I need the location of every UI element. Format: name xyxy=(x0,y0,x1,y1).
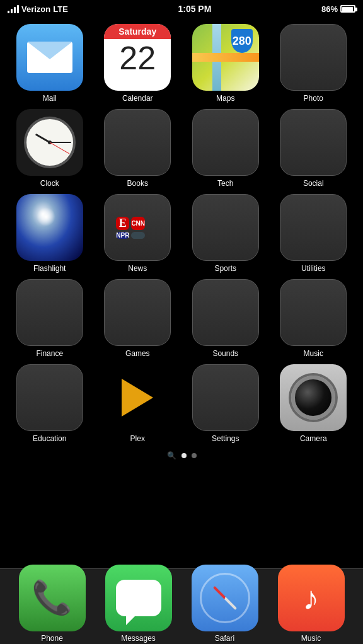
app-plex[interactable]: Plex xyxy=(97,364,179,443)
phone-icon: 📞 xyxy=(19,565,86,631)
clock-second-hand xyxy=(50,142,70,154)
app-flashlight[interactable]: Flashlight xyxy=(9,194,91,273)
dock-phone[interactable]: 📞 Phone xyxy=(19,565,86,643)
app-camera[interactable]: Camera xyxy=(273,364,355,443)
safari-label: Safari xyxy=(215,634,234,643)
dock-safari[interactable]: Safari xyxy=(192,565,258,643)
sports-icon xyxy=(192,194,259,261)
status-left: Verizon LTE xyxy=(8,4,68,14)
news-mini-espn: E xyxy=(116,217,129,230)
page-indicator: 🔍 xyxy=(0,449,363,462)
education-label: Education xyxy=(33,434,66,443)
message-bubble xyxy=(116,580,161,616)
phone-symbol: 📞 xyxy=(32,578,72,617)
app-settings[interactable]: Settings xyxy=(185,364,267,443)
app-clock[interactable]: Clock xyxy=(9,109,91,188)
news-label: News xyxy=(128,264,147,273)
signal-bar-4 xyxy=(17,5,19,13)
app-finance[interactable]: Finance xyxy=(9,279,91,358)
maps-road-h xyxy=(192,53,259,62)
dock-music[interactable]: ♪ Music xyxy=(278,565,345,643)
signal-bar-3 xyxy=(14,7,16,13)
camera-icon xyxy=(280,364,347,431)
signal-bar-2 xyxy=(11,9,13,13)
plex-icon xyxy=(104,364,171,431)
sounds-label: Sounds xyxy=(212,349,238,358)
search-dot: 🔍 xyxy=(167,451,176,460)
plex-arrow xyxy=(122,379,153,417)
app-books[interactable]: Books xyxy=(97,109,179,188)
app-games[interactable]: Games xyxy=(97,279,179,358)
clock-icon xyxy=(16,109,83,176)
finance-folder-grid xyxy=(22,306,49,320)
books-folder-grid xyxy=(110,135,136,150)
news-icon: E CNN NPR xyxy=(104,194,171,261)
calendar-icon: Saturday 22 xyxy=(104,24,171,91)
app-news[interactable]: E CNN NPR News xyxy=(97,194,179,273)
safari-needle xyxy=(212,585,236,609)
app-calendar[interactable]: Saturday 22 Calendar xyxy=(97,24,179,103)
sports-label: Sports xyxy=(214,264,236,273)
sports-folder-grid xyxy=(198,221,224,235)
music-dock-label: Music xyxy=(301,634,321,643)
clock-label: Clock xyxy=(40,179,59,188)
safari-icon xyxy=(192,565,258,631)
app-sports[interactable]: Sports xyxy=(185,194,267,273)
app-utilities[interactable]: Utilities xyxy=(273,194,355,273)
app-photo[interactable]: Photo xyxy=(273,24,355,103)
settings-label: Settings xyxy=(212,434,239,443)
tech-label: Tech xyxy=(217,179,233,188)
app-maps[interactable]: 280 Maps xyxy=(185,24,267,103)
carrier-label: Verizon xyxy=(21,4,50,14)
books-label: Books xyxy=(127,179,148,188)
tech-folder-grid xyxy=(198,135,224,150)
music-folder-icon xyxy=(280,279,347,346)
dock-messages[interactable]: Messages xyxy=(105,565,172,643)
music-folder-label: Music xyxy=(304,349,323,358)
education-icon xyxy=(16,364,83,431)
photo-icon xyxy=(280,24,347,91)
news-mini-cnn: CNN xyxy=(131,217,145,230)
time-display: 1:05 PM xyxy=(178,4,211,14)
social-folder-grid xyxy=(285,135,312,150)
news-folder-grid: E CNN NPR xyxy=(110,210,151,245)
tech-icon xyxy=(192,109,259,176)
network-label: LTE xyxy=(53,4,68,14)
maps-icon: 280 xyxy=(192,24,259,91)
app-tech[interactable]: Tech xyxy=(185,109,267,188)
page-dot-1 xyxy=(182,453,187,458)
games-label: Games xyxy=(125,349,150,358)
battery-icon xyxy=(340,5,355,13)
maps-shield: 280 xyxy=(231,29,253,53)
settings-folder-grid xyxy=(198,391,224,405)
app-grid: Mail Saturday 22 Calendar 280 Maps Photo xyxy=(0,18,363,449)
photo-folder-grid xyxy=(285,50,312,65)
music-dock-icon: ♪ xyxy=(278,565,345,631)
status-bar: Verizon LTE 1:05 PM 86% xyxy=(0,0,363,18)
flashlight-label: Flashlight xyxy=(33,264,66,273)
battery-fill xyxy=(342,7,353,12)
camera-label: Camera xyxy=(300,434,327,443)
flashlight-icon xyxy=(16,194,83,261)
utilities-label: Utilities xyxy=(301,264,326,273)
calendar-label: Calendar xyxy=(122,94,153,103)
status-right: 86% xyxy=(321,4,355,14)
app-sounds[interactable]: Sounds xyxy=(185,279,267,358)
app-music-folder[interactable]: Music xyxy=(273,279,355,358)
maps-label: Maps xyxy=(216,94,234,103)
phone-label: Phone xyxy=(41,634,63,643)
clock-minute-hand xyxy=(50,142,71,143)
app-education[interactable]: Education xyxy=(9,364,91,443)
messages-label: Messages xyxy=(121,634,156,643)
social-icon xyxy=(280,109,347,176)
news-mini-1: NPR xyxy=(116,232,129,239)
app-social[interactable]: Social xyxy=(273,109,355,188)
sounds-folder-grid xyxy=(198,306,224,320)
camera-lens xyxy=(291,376,335,420)
plex-label: Plex xyxy=(130,434,145,443)
finance-icon xyxy=(16,279,83,346)
settings-icon xyxy=(192,364,259,431)
clock-face xyxy=(24,117,76,168)
app-mail[interactable]: Mail xyxy=(9,24,91,103)
music-folder-grid xyxy=(285,306,312,320)
